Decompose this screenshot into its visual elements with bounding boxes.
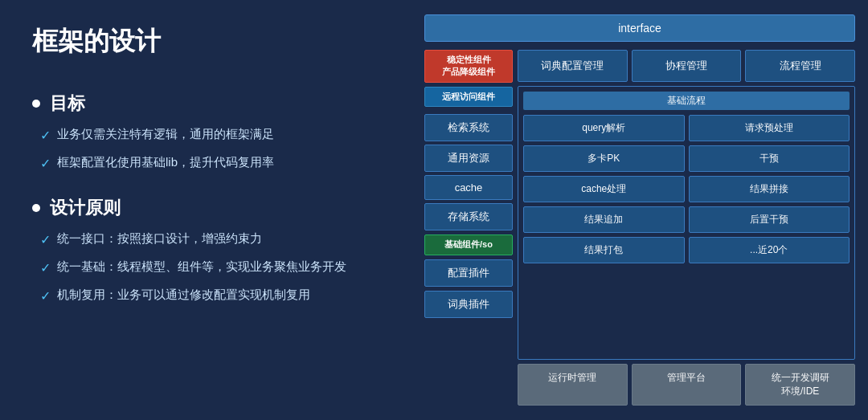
bottom-row: 运行时管理 管理平台 统一开发调研环境/IDE bbox=[518, 364, 855, 406]
left-cell-2: cache bbox=[424, 175, 513, 200]
principle-item-1: ✓ 统一接口：按照接口设计，增强约束力 bbox=[32, 230, 386, 250]
interface-bar: interface bbox=[424, 14, 855, 42]
flow-cell-1: 请求预处理 bbox=[689, 115, 850, 141]
flow-cell-2: 多卡PK bbox=[523, 145, 685, 172]
top-cell-2: 流程管理 bbox=[745, 50, 855, 82]
left-column: 稳定性组件 产品降级组件 远程访问组件 检索系统 通用资源 cache 存储系统… bbox=[424, 50, 513, 406]
left-cell-3: 存储系统 bbox=[424, 203, 513, 230]
remote-section: 远程访问组件 bbox=[424, 87, 513, 107]
bullet-dot-1 bbox=[32, 100, 40, 108]
bottom-cell-2: 统一开发调研环境/IDE bbox=[745, 364, 855, 406]
stability-label-2: 产品降级组件 bbox=[430, 66, 507, 78]
checkmark-1: ✓ bbox=[40, 126, 51, 145]
flow-cell-7: 后置干预 bbox=[689, 206, 850, 233]
left-cell-list: 检索系统 通用资源 cache 存储系统 bbox=[424, 114, 513, 230]
left-cell-0: 检索系统 bbox=[424, 114, 513, 141]
checkmark-4: ✓ bbox=[40, 259, 51, 278]
flow-cell-6: 结果追加 bbox=[523, 206, 685, 233]
stability-section: 稳定性组件 产品降级组件 bbox=[424, 50, 513, 83]
principle-item-2: ✓ 统一基础：线程模型、组件等，实现业务聚焦业务开发 bbox=[32, 258, 386, 278]
section-title-goal: 目标 bbox=[32, 92, 386, 116]
top-cell-1: 协程管理 bbox=[632, 50, 742, 82]
stability-label-1: 稳定性组件 bbox=[430, 54, 507, 66]
remote-label: 远程访问组件 bbox=[430, 91, 507, 103]
bullet-dot-2 bbox=[32, 204, 40, 212]
right-column: 词典配置管理 协程管理 流程管理 基础流程 query解析 请求预处理 多卡PK… bbox=[518, 50, 855, 406]
main-grid: 稳定性组件 产品降级组件 远程访问组件 检索系统 通用资源 cache 存储系统… bbox=[424, 50, 855, 406]
top-cell-0: 词典配置管理 bbox=[518, 50, 628, 82]
base-section: 基础组件/so bbox=[424, 234, 513, 255]
left-panel: 框架的设计 目标 ✓ 业务仅需关注特有逻辑，通用的框架满足 ✓ 框架配置化使用基… bbox=[0, 0, 418, 420]
flow-cell-5: 结果拼接 bbox=[689, 176, 850, 202]
flow-area: 基础流程 query解析 请求预处理 多卡PK 干预 cache处理 结果拼接 … bbox=[518, 86, 855, 360]
flow-grid: query解析 请求预处理 多卡PK 干预 cache处理 结果拼接 结果追加 … bbox=[523, 115, 850, 263]
left-cell-1: 通用资源 bbox=[424, 145, 513, 172]
flow-cell-9: ...近20个 bbox=[689, 237, 850, 263]
checkmark-3: ✓ bbox=[40, 230, 51, 250]
section-title-principle: 设计原则 bbox=[32, 196, 386, 220]
top-row: 词典配置管理 协程管理 流程管理 bbox=[518, 50, 855, 82]
checkmark-5: ✓ bbox=[40, 287, 51, 306]
base-cell-dict: 词典插件 bbox=[424, 291, 513, 318]
goal-item-2: ✓ 框架配置化使用基础lib，提升代码复用率 bbox=[32, 153, 386, 173]
base-label-1: 基础组件/so bbox=[430, 239, 507, 251]
flow-title: 基础流程 bbox=[523, 92, 850, 110]
bottom-cell-1: 管理平台 bbox=[632, 364, 742, 406]
checkmark-2: ✓ bbox=[40, 154, 51, 173]
goal-item-1: ✓ 业务仅需关注特有逻辑，通用的框架满足 bbox=[32, 125, 386, 145]
principle-item-3: ✓ 机制复用：业务可以通过修改配置实现机制复用 bbox=[32, 286, 386, 306]
flow-cell-0: query解析 bbox=[523, 115, 685, 141]
flow-cell-4: cache处理 bbox=[523, 176, 685, 202]
flow-cell-8: 结果打包 bbox=[523, 237, 685, 263]
bottom-cell-0: 运行时管理 bbox=[518, 364, 628, 406]
page-title: 框架的设计 bbox=[32, 24, 386, 59]
base-cell-config: 配置插件 bbox=[424, 259, 513, 287]
flow-cell-3: 干预 bbox=[689, 145, 850, 172]
right-panel: interface 稳定性组件 产品降级组件 远程访问组件 检索系统 通用资源 … bbox=[418, 0, 868, 420]
